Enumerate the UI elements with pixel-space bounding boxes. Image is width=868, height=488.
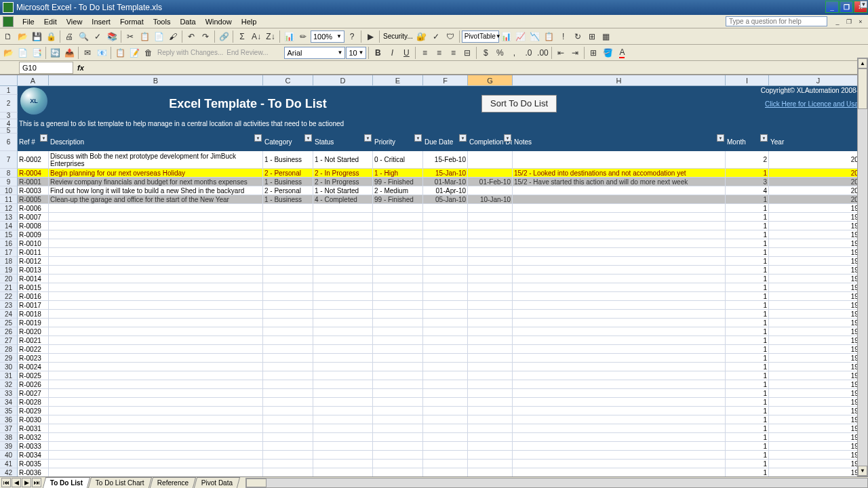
row-header[interactable]: 35 [0, 407, 18, 415]
table-row[interactable]: 25 R-0019 1 1900 [0, 319, 868, 327]
row-header[interactable]: 14 [0, 222, 18, 230]
table-row[interactable]: 12 R-0006 1 1900 [0, 204, 868, 213]
table-row[interactable]: 29 R-0023 1 1900 [0, 354, 868, 363]
table-row[interactable]: 39 R-0033 1 1900 [0, 442, 868, 451]
rb9[interactable]: 📝 [127, 46, 141, 60]
fx-button[interactable]: fx [77, 64, 84, 72]
table-row[interactable]: 36 R-0030 1 1900 [0, 415, 868, 424]
percent-button[interactable]: % [493, 46, 507, 60]
row-header[interactable]: 25 [0, 319, 18, 327]
row-header[interactable]: 33 [0, 389, 18, 398]
tab-prev-button[interactable]: ◀ [12, 478, 21, 487]
table-row[interactable]: 7 R-0002 Discuss with Bob the next proto… [0, 151, 868, 169]
rb4[interactable]: 🔄 [48, 46, 62, 60]
table-row[interactable]: 27 R-0021 1 1900 [0, 336, 868, 345]
table-row[interactable]: 8 R-0004 Begin planning for our next ove… [0, 169, 868, 178]
help-search-input[interactable] [726, 16, 827, 26]
col-header-B[interactable]: B [49, 75, 263, 85]
table-row[interactable]: 9 R-0001 Review company financials and b… [0, 178, 868, 186]
row-header[interactable]: 37 [0, 424, 18, 433]
spreadsheet-grid[interactable]: A B C D E F G H I J 1 Copyright© XLAutom… [0, 75, 868, 487]
pv-btn7[interactable]: ⊞ [585, 30, 599, 43]
doc-minimize-button[interactable]: _ [833, 18, 842, 26]
filter-icon[interactable]: ▼ [40, 134, 47, 142]
rb5[interactable]: 📤 [62, 46, 76, 60]
row-header[interactable]: 29 [0, 354, 18, 363]
row-header[interactable]: 20 [0, 274, 18, 283]
col-header-E[interactable]: E [373, 75, 423, 85]
align-center-button[interactable]: ≡ [432, 46, 446, 60]
doc-close-button[interactable]: × [856, 18, 865, 26]
new-button[interactable]: 🗋 [1, 30, 15, 43]
col-header-C[interactable]: C [263, 75, 313, 85]
currency-button[interactable]: $ [479, 46, 492, 60]
menu-view[interactable]: View [62, 18, 87, 26]
col-header-A[interactable]: A [18, 75, 49, 85]
chart-button[interactable]: 📊 [282, 30, 296, 43]
row-header[interactable]: 11 [0, 195, 18, 204]
row-header[interactable]: 3 [0, 113, 18, 119]
comma-button[interactable]: , [507, 46, 521, 60]
row-header[interactable]: 1 [0, 86, 18, 95]
sheet-tab[interactable]: To Do List [43, 477, 90, 488]
th-cat[interactable]: Category▼ [263, 134, 313, 151]
zoom-select[interactable]: 100%▼ [311, 30, 344, 43]
preview-button[interactable]: 🔍 [77, 30, 90, 43]
underline-button[interactable]: U [399, 46, 413, 60]
menu-help[interactable]: Help [237, 18, 262, 26]
row-header[interactable]: 24 [0, 310, 18, 319]
spelling-button[interactable]: ✓ [91, 30, 104, 43]
pv-btn2[interactable]: 📈 [514, 30, 528, 43]
th-month[interactable]: Month▼ [726, 134, 769, 151]
sec-icon[interactable]: 🔐 [415, 30, 429, 43]
table-row[interactable]: 21 R-0015 1 1900 [0, 283, 868, 292]
filter-icon[interactable]: ▼ [459, 134, 467, 142]
bold-button[interactable]: B [371, 46, 384, 60]
filter-icon[interactable]: ▼ [254, 134, 262, 142]
menu-tools[interactable]: Tools [149, 18, 176, 26]
table-row[interactable]: 28 R-0022 1 1900 [0, 345, 868, 354]
row-header[interactable]: 19 [0, 266, 18, 274]
sec-icon3[interactable]: 🛡 [443, 30, 457, 43]
filter-icon[interactable]: ▼ [504, 134, 511, 142]
scroll-up-button[interactable]: ▲ [858, 58, 867, 68]
permission-button[interactable]: 🔒 [44, 30, 58, 43]
copy-button[interactable]: 📋 [138, 30, 151, 43]
row-header[interactable]: 41 [0, 460, 18, 468]
rb7[interactable]: 📧 [95, 46, 108, 60]
pv-btn6[interactable]: ↻ [571, 30, 585, 43]
fill-color-button[interactable]: 🪣 [601, 46, 614, 60]
row-header[interactable]: 7 [0, 151, 18, 169]
tab-last-button[interactable]: ⏭ [32, 478, 41, 487]
tab-next-button[interactable]: ▶ [22, 478, 31, 487]
th-ref[interactable]: Ref #▼ [18, 134, 49, 151]
scroll-down-button[interactable]: ▼ [858, 466, 867, 476]
row-header[interactable]: 9 [0, 178, 18, 186]
rb2[interactable]: 📄 [16, 46, 29, 60]
row-header[interactable]: 32 [0, 380, 18, 389]
tab-first-button[interactable]: ⏮ [1, 478, 11, 487]
row-header[interactable]: 36 [0, 415, 18, 424]
licence-link[interactable]: Click Here for Licence and Usage [765, 100, 866, 108]
row-header[interactable]: 15 [0, 230, 18, 239]
menu-insert[interactable]: Insert [87, 18, 115, 26]
hscroll-thumb[interactable] [246, 479, 267, 487]
vertical-scrollbar[interactable]: ▲ ▼ [857, 58, 868, 476]
name-box[interactable]: G10▼ [19, 62, 73, 74]
col-header-I[interactable]: I [726, 75, 769, 85]
italic-button[interactable]: I [385, 46, 399, 60]
pv-btn1[interactable]: 📊 [500, 30, 513, 43]
font-select[interactable]: Arial▼ [284, 47, 345, 59]
menu-data[interactable]: Data [175, 18, 200, 26]
sort-button[interactable]: Sort To Do List [481, 95, 557, 113]
table-row[interactable]: 22 R-0016 1 1900 [0, 292, 868, 301]
row-header[interactable]: 28 [0, 345, 18, 354]
th-stat[interactable]: Status▼ [313, 134, 373, 151]
inc-decimal-button[interactable]: .0 [521, 46, 535, 60]
restore-button[interactable]: ❐ [840, 1, 853, 13]
table-row[interactable]: 26 R-0020 1 1900 [0, 327, 868, 336]
table-row[interactable]: 38 R-0032 1 1900 [0, 433, 868, 442]
paste-button[interactable]: 📄 [152, 30, 165, 43]
table-row[interactable]: 33 R-0027 1 1900 [0, 389, 868, 398]
print-button[interactable]: 🖨 [62, 30, 76, 43]
